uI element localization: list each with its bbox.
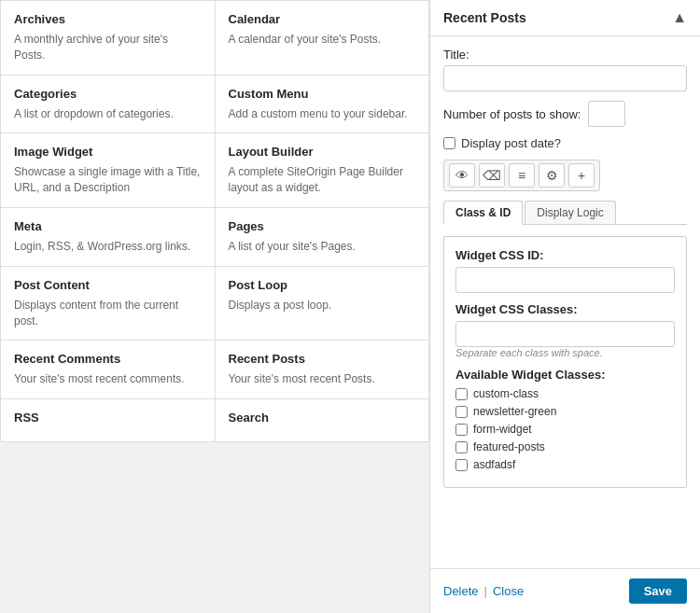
panel-body: Title: Number of posts to show: 5 Displa… — [430, 36, 700, 568]
widget-title-categories: Categories — [14, 87, 202, 101]
widget-title-custom-menu: Custom Menu — [229, 87, 416, 101]
available-classes-label: Available Widget Classes: — [455, 368, 675, 382]
num-posts-input[interactable]: 5 — [588, 101, 625, 127]
settings-icon: ⚙ — [546, 168, 558, 183]
widget-cell-recent-comments[interactable]: Recent Comments Your site's most recent … — [1, 341, 216, 399]
widget-cell-image-widget[interactable]: Image Widget Showcase a single image wit… — [1, 133, 216, 208]
class-checkbox-newsletter-green[interactable] — [455, 406, 468, 418]
widget-css-classes-input[interactable] — [455, 321, 675, 347]
settings-tabs: Class & ID Display Logic — [443, 201, 687, 225]
widget-desc-calendar: A calendar of your site's Posts. — [229, 32, 416, 48]
class-item-asdfadsf: asdfadsf — [455, 458, 675, 471]
widget-cell-categories[interactable]: Categories A list or dropdown of categor… — [1, 76, 216, 134]
class-item-featured-posts: featured-posts — [455, 440, 675, 453]
widget-title-layout-builder: Layout Builder — [229, 145, 416, 159]
footer-links: Delete | Close — [443, 584, 524, 598]
class-label-newsletter-green: newsletter-green — [473, 405, 556, 418]
tab-content-class-id: Widget CSS ID: Widget CSS Classes: Separ… — [443, 236, 687, 488]
classes-hint: Separate each class with space. — [455, 347, 675, 358]
num-posts-label: Number of posts to show: — [443, 107, 581, 121]
widget-title-search: Search — [229, 411, 416, 425]
tab-class-id[interactable]: Class & ID — [443, 201, 523, 225]
add-button[interactable]: + — [568, 163, 595, 188]
widget-title-post-content: Post Content — [14, 278, 202, 292]
align-button[interactable]: ≡ — [509, 163, 535, 188]
widget-desc-archives: A monthly archive of your site's Posts. — [14, 32, 202, 63]
widget-desc-post-loop: Displays a post loop. — [229, 298, 416, 313]
widget-title-archives: Archives — [14, 12, 202, 26]
widget-toolbar: 👁 ⌫ ≡ ⚙ + — [443, 160, 600, 191]
widget-title-rss: RSS — [14, 411, 202, 425]
class-label-custom-class: custom-class — [473, 387, 539, 400]
widget-desc-layout-builder: A complete SiteOrigin Page Builder layou… — [229, 164, 416, 196]
widget-css-id-label: Widget CSS ID: — [455, 248, 675, 262]
widget-cell-post-loop[interactable]: Post Loop Displays a post loop. — [216, 267, 430, 341]
display-date-group: Display post date? — [443, 136, 687, 150]
widget-title-image-widget: Image Widget — [14, 145, 202, 159]
widget-cell-recent-posts[interactable]: Recent Posts Your site's most recent Pos… — [216, 341, 430, 399]
widget-desc-categories: A list or dropdown of categories. — [14, 106, 202, 122]
class-item-custom-class: custom-class — [455, 387, 675, 400]
widget-desc-image-widget: Showcase a single image with a Title, UR… — [14, 164, 202, 196]
widget-title-meta: Meta — [14, 219, 202, 233]
class-checkbox-featured-posts[interactable] — [455, 441, 468, 453]
widget-title-calendar: Calendar — [229, 12, 416, 26]
widget-cell-meta[interactable]: Meta Login, RSS, & WordPress.org links. — [1, 208, 216, 267]
widget-grid: Archives A monthly archive of your site'… — [0, 0, 429, 442]
mobile-button[interactable]: ⌫ — [479, 163, 505, 188]
title-label: Title: — [443, 48, 687, 62]
widget-desc-recent-posts: Your site's most recent Posts. — [229, 371, 416, 387]
class-label-featured-posts: featured-posts — [473, 440, 545, 453]
align-icon: ≡ — [518, 168, 525, 183]
widget-cell-calendar[interactable]: Calendar A calendar of your site's Posts… — [216, 1, 430, 76]
title-input[interactable] — [443, 65, 687, 91]
delete-link[interactable]: Delete — [443, 584, 479, 598]
widget-cell-post-content[interactable]: Post Content Displays content from the c… — [1, 267, 216, 341]
widget-cell-pages[interactable]: Pages A list of your site's Pages. — [216, 208, 430, 267]
class-label-form-widget: form-widget — [473, 423, 532, 436]
panel-title: Recent Posts — [443, 10, 526, 25]
widget-title-pages: Pages — [229, 219, 416, 233]
eye-button[interactable]: 👁 — [449, 163, 475, 188]
widget-cell-archives[interactable]: Archives A monthly archive of your site'… — [1, 1, 216, 76]
widget-desc-pages: A list of your site's Pages. — [229, 239, 416, 255]
class-checkbox-form-widget[interactable] — [455, 424, 468, 436]
widget-css-classes-group: Widget CSS Classes: Separate each class … — [455, 302, 675, 358]
num-posts-group: Number of posts to show: 5 — [443, 101, 687, 127]
mobile-icon: ⌫ — [483, 168, 501, 183]
class-checkbox-custom-class[interactable] — [455, 388, 468, 400]
widget-css-id-group: Widget CSS ID: — [455, 248, 675, 293]
save-button[interactable]: Save — [629, 578, 687, 604]
title-field-group: Title: — [443, 48, 687, 91]
class-label-asdfadsf: asdfadsf — [473, 458, 515, 471]
widget-cell-custom-menu[interactable]: Custom Menu Add a custom menu to your si… — [216, 76, 430, 134]
widget-desc-custom-menu: Add a custom menu to your sidebar. — [229, 106, 416, 122]
close-link[interactable]: Close — [493, 584, 524, 598]
widget-list-panel: Archives A monthly archive of your site'… — [0, 0, 429, 613]
widget-cell-rss[interactable]: RSS — [1, 399, 216, 442]
class-checkbox-asdfadsf[interactable] — [455, 459, 468, 471]
widget-css-classes-label: Widget CSS Classes: — [455, 302, 675, 316]
widget-desc-post-content: Displays content from the current post. — [14, 298, 202, 329]
widget-css-id-input[interactable] — [455, 267, 675, 293]
available-classes-list: custom-class newsletter-green form-widge… — [455, 387, 675, 471]
widget-title-post-loop: Post Loop — [229, 278, 416, 292]
tab-display-logic[interactable]: Display Logic — [525, 201, 615, 224]
widget-cell-layout-builder[interactable]: Layout Builder A complete SiteOrigin Pag… — [216, 133, 430, 208]
class-item-newsletter-green: newsletter-green — [455, 405, 675, 418]
panel-footer: Delete | Close Save — [430, 568, 700, 613]
eye-icon: 👁 — [455, 168, 469, 183]
footer-separator: | — [484, 584, 487, 598]
settings-button[interactable]: ⚙ — [539, 163, 565, 188]
widget-title-recent-posts: Recent Posts — [229, 352, 416, 366]
widget-title-recent-comments: Recent Comments — [14, 352, 202, 366]
collapse-icon[interactable]: ▲ — [672, 9, 687, 26]
display-date-checkbox[interactable] — [443, 137, 455, 149]
widget-cell-search[interactable]: Search — [216, 399, 430, 442]
widget-settings-panel: Recent Posts ▲ Title: Number of posts to… — [429, 0, 700, 613]
class-item-form-widget: form-widget — [455, 423, 675, 436]
plus-icon: + — [578, 168, 585, 183]
widget-desc-meta: Login, RSS, & WordPress.org links. — [14, 239, 202, 255]
panel-header: Recent Posts ▲ — [430, 0, 700, 36]
display-date-label: Display post date? — [461, 136, 561, 150]
